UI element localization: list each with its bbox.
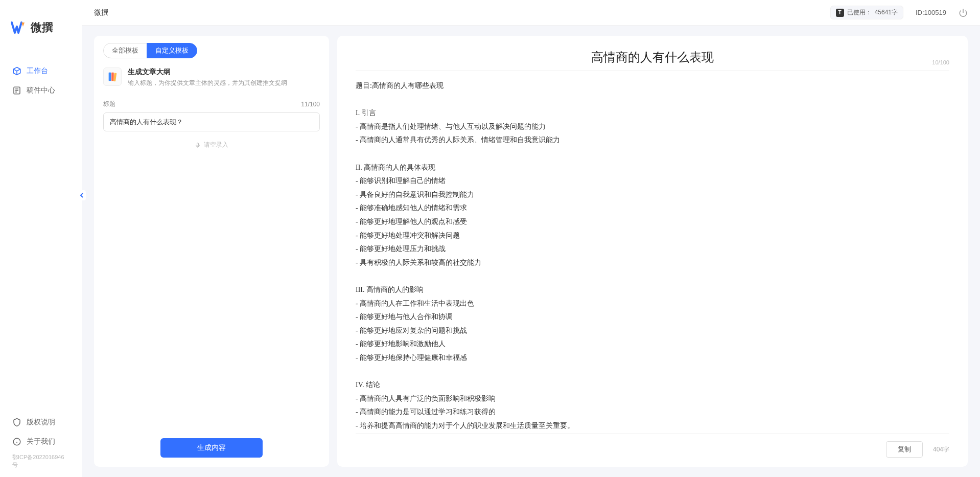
shield-icon (12, 418, 21, 427)
usage-value: 45641字 (875, 8, 898, 17)
footer-item-label: 关于我们 (27, 437, 55, 446)
topbar-right: T 已使用： 45641字 ID:100519 (830, 6, 968, 19)
main: 微撰 T 已使用： 45641字 ID:100519 全部模板 (82, 0, 980, 477)
word-count: 404字 (933, 445, 949, 454)
svg-rect-11 (197, 143, 199, 146)
text-icon: T (836, 9, 844, 17)
template-tabs: 全部模板 自定义模板 (94, 36, 329, 58)
form-label-row: 标题 11/100 (103, 100, 320, 108)
generate-button[interactable]: 生成内容 (160, 438, 263, 458)
logo-icon (10, 19, 27, 36)
mic-icon (195, 142, 201, 148)
input-counter: 11/100 (301, 101, 320, 108)
footer-item-label: 版权说明 (27, 418, 55, 427)
logo-text: 微撰 (31, 20, 53, 35)
panels: 全部模板 自定义模板 生成文章大纲 输入标题，为你提供文章主体的灵感，并为其创建… (82, 26, 980, 477)
template-desc: 输入标题，为你提供文章主体的灵感，并为其创建推文提纲 (128, 79, 287, 87)
footer-item-copyright[interactable]: 版权说明 (0, 413, 82, 432)
output-body[interactable]: 题目:高情商的人有哪些表现 I. 引言 - 高情商是指人们处理情绪、与他人互动以… (356, 74, 949, 434)
sidebar-footer: 版权说明 关于我们 鄂ICP备2022016946号 (0, 413, 82, 477)
title-input[interactable] (103, 112, 320, 131)
info-icon (12, 437, 21, 446)
breadcrumb: 微撰 (94, 8, 108, 17)
nav-item-label: 稿件中心 (27, 86, 55, 95)
template-title: 生成文章大纲 (128, 67, 287, 77)
tab-all-templates[interactable]: 全部模板 (103, 43, 147, 58)
usage-label: 已使用： (847, 8, 872, 17)
output-footer: 复制 404字 (356, 434, 949, 458)
output-panel: 高情商的人有什么表现 10/100 题目:高情商的人有哪些表现 I. 引言 - … (337, 36, 968, 467)
svg-rect-8 (109, 73, 111, 81)
footer-item-about[interactable]: 关于我们 (0, 432, 82, 451)
copy-button[interactable]: 复制 (886, 441, 923, 458)
tab-custom-templates[interactable]: 自定义模板 (147, 43, 197, 58)
user-id: ID:100519 (916, 9, 946, 16)
template-card: 生成文章大纲 输入标题，为你提供文章主体的灵感，并为其创建推文提纲 (94, 58, 329, 97)
output-title: 高情商的人有什么表现 (591, 49, 714, 65)
nav-item-label: 工作台 (27, 66, 48, 76)
voice-hint-text: 请空录入 (204, 141, 228, 149)
title-counter: 10/100 (932, 59, 949, 65)
template-icon (103, 67, 122, 86)
topbar: 微撰 T 已使用： 45641字 ID:100519 (82, 0, 980, 26)
sidebar-collapse-button[interactable] (78, 190, 86, 200)
voice-input-hint[interactable]: 请空录入 (103, 141, 320, 149)
power-icon[interactable] (959, 8, 968, 17)
nav-item-workbench[interactable]: 工作台 (0, 61, 82, 81)
usage-badge[interactable]: T 已使用： 45641字 (830, 6, 903, 19)
output-title-row: 高情商的人有什么表现 10/100 (356, 49, 949, 71)
icp-text: 鄂ICP备2022016946号 (0, 451, 82, 469)
form-section: 标题 11/100 请空录入 (94, 97, 329, 429)
config-footer: 生成内容 (94, 429, 329, 467)
nav-item-drafts[interactable]: 稿件中心 (0, 81, 82, 100)
input-label: 标题 (103, 100, 115, 108)
document-icon (12, 86, 21, 95)
cube-icon (12, 66, 21, 76)
config-panel: 全部模板 自定义模板 生成文章大纲 输入标题，为你提供文章主体的灵感，并为其创建… (94, 36, 329, 467)
sidebar: 微撰 工作台 稿件中心 版权 (0, 0, 82, 477)
nav: 工作台 稿件中心 (0, 46, 82, 413)
logo: 微撰 (0, 0, 82, 46)
